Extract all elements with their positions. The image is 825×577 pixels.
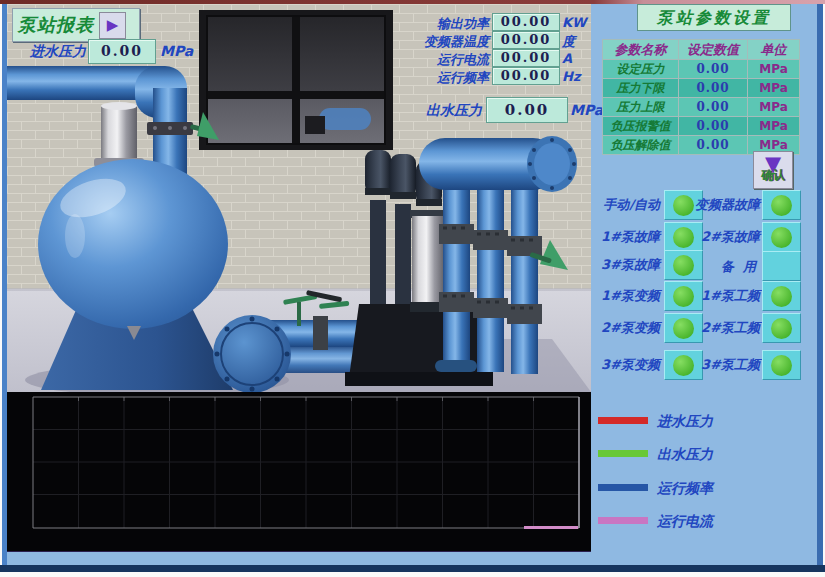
inlet-pressure-label: 进水压力 [10, 43, 86, 61]
status-label-pump3-vfd: 3#泵变频 [592, 356, 660, 374]
param-unit: MPa [748, 79, 800, 98]
pump-station-hmi: 泵站报表 ▶ 进水压力 0.00 MPa 输出功率 00.00 KW 变频器温度… [0, 0, 825, 577]
col-header-value: 设定数值 [679, 40, 748, 60]
frame-bottom [0, 565, 825, 577]
outlet-pressure-value: 0.00 [486, 97, 568, 123]
col-header-unit: 单位 [748, 40, 800, 60]
legend-label-inlet-pressure: 进水压力 [657, 413, 713, 431]
run-current-value: 00.00 [492, 49, 560, 67]
status-label-pump1-vfd: 1#泵变频 [592, 287, 660, 305]
param-name: 设定压力 [603, 60, 679, 79]
lamp-on [771, 318, 792, 339]
play-icon: ▶ [99, 12, 126, 39]
inlet-pressure-value: 0.00 [88, 39, 156, 64]
status-lamp-vfd-fault [762, 190, 801, 220]
status-label-manual-auto: 手动/自动 [586, 196, 660, 214]
pump-station-3d-view: 泵站报表 ▶ 进水压力 0.00 MPa 输出功率 00.00 KW 变频器温度… [7, 4, 591, 392]
discharge-risers [435, 176, 542, 374]
run-freq-unit: Hz [562, 69, 580, 84]
outlet-pressure-unit: MPa [570, 102, 603, 118]
parameter-table: 参数名称 设定数值 单位 设定压力 0.00 MPa 压力下限 0.00 MPa… [602, 39, 800, 155]
settings-panel-title: 泵站参数设置 [637, 4, 791, 31]
lamp-on [673, 355, 694, 376]
output-power-value: 00.00 [492, 13, 560, 31]
param-unit: MPa [748, 117, 800, 136]
output-power-unit: KW [562, 15, 586, 30]
status-label-vfd-fault: 变频器故障 [686, 196, 760, 214]
lamp-on [771, 227, 792, 248]
status-label-pump1-fault: 1#泵故障 [592, 228, 660, 246]
status-label-pump2-fault: 2#泵故障 [692, 228, 760, 246]
lamp-on [771, 286, 792, 307]
inverter-temp-unit: 度 [562, 33, 575, 51]
outlet-pressure-label: 出水压力 [302, 102, 482, 120]
run-freq-value: 00.00 [492, 67, 560, 85]
run-freq-label: 运行频率 [267, 69, 489, 87]
discharge-header [419, 136, 577, 192]
legend-label-run-frequency: 运行频率 [657, 480, 713, 498]
lamp-on [673, 286, 694, 307]
frame-top [0, 0, 825, 4]
param-value-input[interactable]: 0.00 [679, 136, 748, 155]
trend-chart-plot [7, 392, 591, 551]
status-lamp-pump2-fault [762, 222, 801, 252]
param-value-input[interactable]: 0.00 [679, 60, 748, 79]
inlet-pressure-unit: MPa [160, 43, 193, 59]
run-current-unit: A [562, 51, 572, 66]
status-label-pump2-line: 2#泵工频 [692, 319, 760, 337]
confirm-button[interactable]: ▼ 确认 [753, 151, 793, 189]
pipe-flange [213, 315, 291, 392]
param-name: 负压报警值 [603, 117, 679, 136]
status-lamp-pump1-line [762, 281, 801, 311]
status-lamp-spare-empty [762, 251, 801, 281]
param-unit: MPa [748, 98, 800, 117]
inverter-temp-label: 变频器温度 [267, 33, 489, 51]
param-unit: MPa [748, 60, 800, 79]
report-button-label: 泵站报表 [18, 13, 94, 37]
status-label-pump3-line: 3#泵工频 [692, 356, 760, 374]
lamp-on [771, 355, 792, 376]
status-label-spare: 备 用 [696, 258, 756, 276]
lamp-on [673, 227, 694, 248]
frame-left [0, 4, 7, 565]
lamp-on [673, 318, 694, 339]
legend-swatch-run-frequency [598, 484, 648, 491]
report-button[interactable]: 泵站报表 ▶ [12, 8, 140, 42]
status-label-pump2-vfd: 2#泵变频 [592, 319, 660, 337]
lamp-on [673, 255, 694, 276]
legend-swatch-run-current [598, 517, 648, 524]
frame-right [817, 4, 825, 565]
inverter-temp-value: 00.00 [492, 31, 560, 49]
status-lamp-pump3-line [762, 350, 801, 380]
param-name: 压力上限 [603, 98, 679, 117]
status-lamp-pump2-line [762, 313, 801, 343]
run-current-label: 运行电流 [267, 51, 489, 69]
tank-vent-cylinder [94, 102, 144, 167]
axis-ticks [79, 397, 534, 401]
legend-swatch-outlet-pressure [598, 450, 648, 457]
legend-swatch-inlet-pressure [598, 417, 648, 424]
legend-label-run-current: 运行电流 [657, 513, 713, 531]
legend-label-outlet-pressure: 出水压力 [657, 446, 713, 464]
status-label-pump1-line: 1#泵工频 [692, 287, 760, 305]
param-name: 压力下限 [603, 79, 679, 98]
status-label-pump3-fault: 3#泵故障 [592, 256, 660, 274]
param-name: 负压解除值 [603, 136, 679, 155]
param-value-input[interactable]: 0.00 [679, 98, 748, 117]
col-header-name: 参数名称 [603, 40, 679, 60]
lamp-on [771, 195, 792, 216]
trend-chart [7, 392, 591, 552]
param-value-input[interactable]: 0.00 [679, 117, 748, 136]
param-value-input[interactable]: 0.00 [679, 79, 748, 98]
output-power-label: 输出功率 [267, 15, 489, 33]
confirm-button-label: 确认 [761, 167, 785, 184]
